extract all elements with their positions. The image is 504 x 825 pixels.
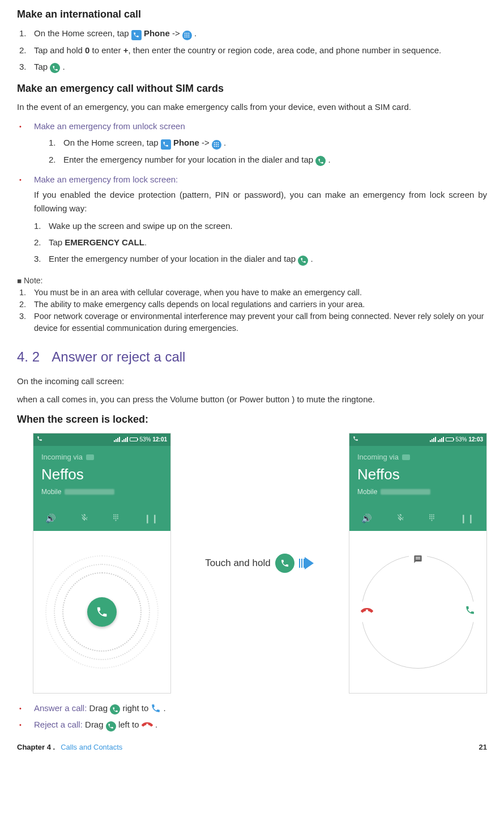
step-text: Enter the emergency number for your loca… [63, 155, 315, 164]
svg-point-5 [189, 35, 190, 36]
footer-title: Calls and Contacts [61, 742, 122, 753]
svg-point-3 [185, 35, 186, 36]
svg-point-20 [117, 514, 118, 516]
emergency-call-label: EMERGENCY CALL [65, 237, 144, 247]
svg-point-32 [432, 516, 433, 517]
list-number: 1. [34, 219, 49, 232]
call-button-icon [275, 554, 294, 573]
svg-point-4 [186, 35, 187, 36]
svg-point-33 [433, 516, 434, 517]
phone-label: Phone [144, 28, 170, 38]
list-number: 2. [19, 44, 34, 57]
svg-point-10 [216, 142, 217, 143]
accept-icon[interactable] [465, 602, 475, 623]
blurred-number [65, 489, 114, 495]
svg-point-27 [116, 520, 117, 521]
step-text: Tap and hold [34, 45, 85, 55]
svg-point-31 [429, 516, 430, 517]
blurred-number [381, 489, 430, 495]
step-text: . [164, 703, 166, 713]
svg-point-37 [432, 520, 433, 521]
touch-hold-instruction: Touch and hold [177, 554, 343, 573]
note-list: 1.You must be in an area with cellular c… [19, 287, 487, 334]
accept-icon [151, 703, 163, 713]
message-icon[interactable] [409, 555, 427, 567]
bullet-icon: • [19, 120, 34, 169]
section-4-2-heading: 4. 2 Answer or reject a call [17, 347, 487, 367]
bullet-icon: • [19, 718, 34, 732]
list-number: 1. [49, 136, 63, 150]
call-button-icon [315, 156, 326, 166]
phone-label: Phone [173, 138, 199, 147]
svg-point-26 [117, 518, 118, 519]
svg-point-36 [433, 518, 434, 519]
step-text: . [63, 62, 65, 71]
step-text: On the Home screen, tap [63, 138, 161, 147]
svg-point-0 [185, 33, 186, 34]
bullet-icon: • [19, 173, 34, 269]
call-button-icon [50, 63, 60, 73]
battery-percent: 53% [455, 435, 467, 444]
svg-point-34 [429, 518, 430, 519]
emergency-heading: Make an emergency call without SIM cards [17, 81, 487, 96]
intl-call-heading: Make an international call [17, 7, 487, 22]
step-text: . [144, 237, 147, 247]
status-bar: 53% 12:03 [349, 433, 486, 446]
speaker-icon: 🔊 [361, 512, 372, 525]
incoming-call-header: Incoming via Neffos Mobile 🔊 ❙❙ [349, 446, 486, 531]
svg-point-12 [214, 144, 215, 145]
page-footer: Chapter 4 . Calls and Contacts 21 [17, 742, 487, 753]
list-number: 3. [19, 60, 34, 74]
touch-hold-text: Touch and hold [205, 556, 270, 571]
phone-screenshot-after: 53% 12:03 Incoming via Neffos Mobile 🔊 ❙… [349, 433, 487, 694]
sim-icon [402, 454, 410, 460]
step-text: . [155, 720, 157, 729]
svg-point-22 [116, 516, 117, 517]
note-text: You must be in an area with cellular cov… [34, 287, 362, 299]
speaker-icon: 🔊 [45, 512, 56, 525]
step-text: Drag [87, 703, 110, 713]
call-button-icon [106, 721, 116, 732]
dialpad-icon [428, 512, 435, 525]
svg-point-29 [432, 514, 433, 516]
decline-icon[interactable] [361, 602, 373, 623]
svg-point-24 [113, 518, 114, 519]
note-text: The ability to make emergency calls depe… [34, 299, 365, 311]
svg-point-21 [113, 516, 114, 517]
locked-screen-heading: When the screen is locked: [17, 412, 487, 427]
mute-icon [80, 512, 88, 525]
reject-call-label: Reject a call: [34, 720, 83, 729]
battery-icon [130, 437, 138, 441]
call-button-icon [298, 256, 308, 266]
list-number: 2. [19, 299, 34, 311]
emergency-intro: In the event of an emergency, you can ma… [17, 101, 487, 114]
status-time: 12:03 [468, 435, 483, 444]
svg-point-19 [116, 514, 117, 516]
caller-name: Neffos [41, 463, 163, 486]
step-text: right to [122, 703, 151, 713]
list-number: 3. [34, 252, 49, 266]
section-title: Answer or reject a call [52, 349, 185, 364]
step-text: Tap [49, 237, 65, 247]
note-label: Note: [24, 275, 42, 287]
step-text: left to [118, 720, 142, 729]
step-text: On the Home screen, tap [34, 28, 131, 38]
signal-icon [438, 437, 444, 442]
list-number: 3. [19, 311, 34, 334]
step-text: Tap [34, 62, 50, 71]
dialpad-icon [182, 31, 192, 40]
dialpad-icon [212, 140, 221, 150]
signal-icon [430, 437, 436, 442]
svg-point-9 [214, 142, 215, 143]
mute-icon [396, 512, 404, 525]
incoming-call-header: Incoming via Neffos Mobile 🔊 ❙❙ [33, 446, 170, 531]
step-text: . [194, 28, 197, 38]
section-number: 4. 2 [17, 347, 49, 367]
step-text: . [328, 155, 330, 164]
arrow-right-icon [299, 557, 315, 569]
answer-call-label: Answer a call: [34, 703, 87, 713]
step-text: . [310, 254, 313, 263]
status-time: 12:01 [152, 435, 167, 444]
step-text: Wake up the screen and swipe up on the s… [49, 219, 487, 232]
svg-point-6 [185, 36, 186, 37]
